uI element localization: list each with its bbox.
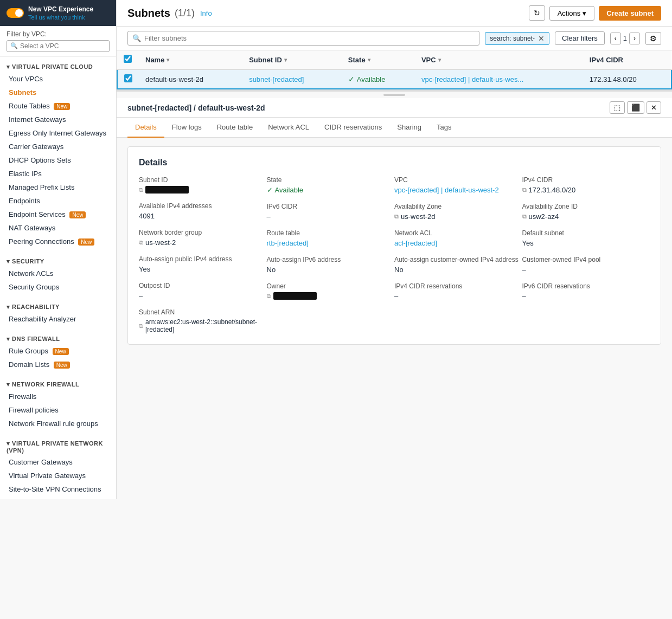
tab-details[interactable]: Details: [127, 118, 164, 138]
select-all-checkbox[interactable]: [124, 55, 132, 63]
sidebar-section-title-reachability[interactable]: ▾ REACHABILITY: [0, 300, 116, 312]
refresh-button[interactable]: ↻: [529, 5, 545, 21]
actions-label: Actions: [558, 9, 581, 17]
redacted-value-owner: [273, 292, 317, 300]
sidebar-item-rule-groups[interactable]: Rule Groups New: [0, 344, 116, 358]
detail-view-close-icon[interactable]: ✕: [647, 101, 661, 114]
sidebar-item-your-vpcs[interactable]: Your VPCs: [0, 72, 116, 86]
detail-topbar: subnet-[redacted] / default-us-west-2d ⬚…: [117, 98, 672, 118]
tab-tags[interactable]: Tags: [429, 118, 459, 138]
sidebar-header-sub[interactable]: Tell us what you think: [28, 14, 93, 21]
drag-handle[interactable]: [117, 92, 672, 98]
copy-icon-owner[interactable]: ⧉: [267, 293, 271, 300]
tab-cidr-reservations[interactable]: CIDR reservations: [317, 118, 389, 138]
info-link[interactable]: Info: [200, 9, 212, 17]
sidebar-item-route-tables[interactable]: Route Tables New: [0, 99, 116, 113]
tab-sharing[interactable]: Sharing: [389, 118, 429, 138]
detail-label-auto-assign-ipv6: Auto-assign IPv6 address: [267, 256, 395, 263]
sidebar-item-firewall-policies[interactable]: Firewall policies: [0, 403, 116, 417]
sidebar-section-title-virtual-private-cloud[interactable]: ▾ VIRTUAL PRIVATE CLOUD: [0, 60, 116, 72]
sidebar-section-title-security[interactable]: ▾ SECURITY: [0, 255, 116, 267]
page-title: Subnets (1/1): [127, 7, 195, 20]
actions-button[interactable]: Actions ▾: [549, 6, 595, 21]
sort-state-icon[interactable]: ▾: [368, 57, 370, 63]
detail-value-subnet-arn: ⧉ arn:aws:ec2:us-west-2::subnet/subnet-[…: [139, 318, 267, 333]
sort-name-icon[interactable]: ▾: [167, 57, 169, 63]
sidebar-item-domain-lists[interactable]: Domain Lists New: [0, 358, 116, 371]
remove-filter-button[interactable]: ✕: [538, 34, 545, 43]
tab-network-acl[interactable]: Network ACL: [260, 118, 317, 138]
next-page-button[interactable]: ›: [629, 33, 640, 44]
sidebar-item-endpoint-services[interactable]: Endpoint Services New: [0, 208, 116, 221]
detail-field-availability-zone: Availability Zone⧉ us-west-2d: [394, 203, 522, 221]
sidebar-item-egress-only-internet-gateways[interactable]: Egress Only Internet Gateways: [0, 126, 116, 140]
sidebar-section-title-dns-firewall[interactable]: ▾ DNS FIREWALL: [0, 332, 116, 344]
sidebar-item-endpoints[interactable]: Endpoints: [0, 194, 116, 208]
detail-label-customer-ipv4-pool: Customer-owned IPv4 pool: [522, 256, 650, 263]
detail-view-split-icon[interactable]: ⬚: [610, 101, 625, 114]
sidebar-item-subnets[interactable]: Subnets: [0, 86, 116, 99]
new-vpc-toggle[interactable]: [7, 8, 24, 18]
detail-value-ipv6-cidr-reservations: –: [522, 292, 650, 300]
sidebar-item-managed-prefix-lists[interactable]: Managed Prefix Lists: [0, 180, 116, 194]
filter-search-wrapper[interactable]: 🔍: [127, 31, 479, 46]
detail-field-ipv6-cidr: IPv6 CIDR–: [267, 203, 395, 221]
table-row[interactable]: default-us-west-2d subnet-[redacted] ✓Av…: [117, 69, 671, 89]
sidebar-item-firewalls[interactable]: Firewalls: [0, 390, 116, 403]
sidebar-item-network-acls[interactable]: Network ACLs: [0, 267, 116, 280]
detail-label-subnet-arn: Subnet ARN: [139, 308, 267, 316]
filter-search-input[interactable]: [144, 34, 475, 42]
copy-icon-network-border-group[interactable]: ⧉: [139, 239, 143, 246]
sidebar-item-peering-connections[interactable]: Peering Connections New: [0, 235, 116, 248]
table-settings-button[interactable]: ⚙: [645, 32, 661, 45]
detail-label-network-acl: Network ACL: [394, 229, 522, 237]
details-grid: Subnet ID⧉ Available IPv4 addresses4091N…: [139, 176, 650, 333]
copy-icon-subnet-arn[interactable]: ⧉: [139, 323, 143, 330]
subnets-table: Name▾ Subnet ID▾ State▾ VPC▾ IPv4 CIDR d…: [117, 50, 672, 89]
detail-view-bottom-icon[interactable]: ⬛: [627, 101, 644, 114]
copy-icon-subnet-id[interactable]: ⧉: [139, 186, 143, 194]
row-checkbox-0[interactable]: [124, 74, 132, 82]
cell-vpc-0: vpc-[redacted] | default-us-wes...: [415, 69, 583, 89]
detail-value-route-table: rtb-[redacted]: [267, 239, 395, 247]
sidebar-item-nat-gateways[interactable]: NAT Gateways: [0, 221, 116, 235]
subnet-id-link-0[interactable]: subnet-[redacted]: [249, 75, 304, 83]
tab-flow-logs[interactable]: Flow logs: [164, 118, 209, 138]
sidebar-section-vpn: ▾ VIRTUAL PRIVATE NETWORK (VPN)Customer …: [0, 434, 116, 499]
sidebar-item-network-firewall-rule-groups[interactable]: Network Firewall rule groups: [0, 417, 116, 430]
link-network-acl[interactable]: acl-[redacted]: [394, 239, 437, 247]
sidebar-item-internet-gateways[interactable]: Internet Gateways: [0, 113, 116, 126]
sidebar-section-title-network-firewall[interactable]: ▾ NETWORK FIREWALL: [0, 378, 116, 390]
sort-vpc-icon[interactable]: ▾: [438, 57, 441, 63]
copy-icon-az-id[interactable]: ⧉: [522, 213, 527, 220]
active-filter-text: search: subnet-: [490, 35, 535, 42]
copy-icon-ipv4-cidr[interactable]: ⧉: [522, 186, 527, 194]
copy-icon-availability-zone[interactable]: ⧉: [394, 213, 399, 220]
create-subnet-button[interactable]: Create subnet: [599, 6, 661, 21]
vpc-link-0[interactable]: vpc-[redacted] | default-us-wes...: [421, 75, 523, 83]
sidebar-item-virtual-private-gateways[interactable]: Virtual Private Gateways: [0, 469, 116, 482]
vpc-filter-input-wrapper[interactable]: 🔍: [7, 40, 110, 52]
detail-field-available-ipv4: Available IPv4 addresses4091: [139, 202, 267, 220]
pagination: ‹ 1 ›: [610, 33, 640, 44]
detail-field-customer-ipv4-pool: Customer-owned IPv4 pool–: [522, 256, 650, 274]
detail-field-auto-assign-ipv4: Auto-assign public IPv4 addressYes: [139, 255, 267, 273]
sidebar-section-title-vpn[interactable]: ▾ VIRTUAL PRIVATE NETWORK (VPN): [0, 437, 116, 455]
status-text-state: Available: [275, 186, 304, 194]
clear-filters-button[interactable]: Clear filters: [555, 31, 605, 45]
sidebar-item-reachability-analyzer[interactable]: Reachability Analyzer: [0, 312, 116, 326]
vpc-filter-input[interactable]: [20, 42, 106, 50]
sidebar-item-customer-gateways[interactable]: Customer Gateways: [0, 455, 116, 469]
sidebar-item-elastic-ips[interactable]: Elastic IPs: [0, 167, 116, 180]
link-vpc[interactable]: vpc-[redacted] | default-us-west-2: [394, 186, 499, 194]
sidebar-item-site-to-site-vpn-connections[interactable]: Site-to-Site VPN Connections: [0, 482, 116, 496]
sidebar-item-carrier-gateways[interactable]: Carrier Gateways: [0, 140, 116, 153]
tab-route-table[interactable]: Route table: [209, 118, 261, 138]
sidebar-item-dhcp-options-sets[interactable]: DHCP Options Sets: [0, 153, 116, 167]
detail-field-subnet-arn: Subnet ARN⧉ arn:aws:ec2:us-west-2::subne…: [139, 308, 267, 333]
sidebar-item-security-groups[interactable]: Security Groups: [0, 280, 116, 294]
sidebar-header: New VPC Experience Tell us what you thin…: [0, 0, 116, 26]
prev-page-button[interactable]: ‹: [610, 33, 621, 44]
sort-subnet-id-icon[interactable]: ▾: [284, 57, 287, 63]
link-route-table[interactable]: rtb-[redacted]: [267, 239, 309, 247]
